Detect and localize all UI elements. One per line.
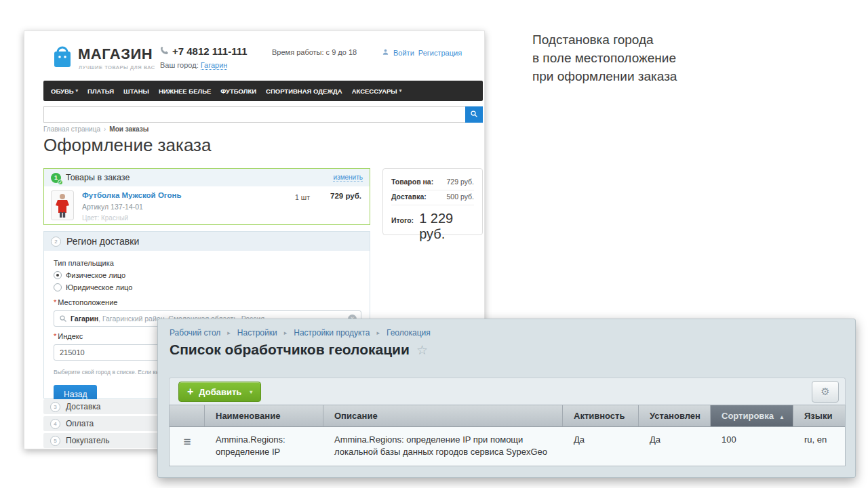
row-installed: Да [639, 427, 711, 466]
search-button[interactable] [465, 106, 483, 123]
admin-breadcrumb: Рабочий стол ▸ Настройки ▸ Настройки про… [170, 328, 431, 338]
admin-crumb-geolocation[interactable]: Геолокация [387, 328, 431, 338]
col-sort[interactable]: Сортировка▲ [711, 405, 793, 426]
step-1-done-icon: 1✓ [51, 173, 61, 183]
gear-icon: ⚙ [821, 386, 829, 398]
col-active[interactable]: Активность [563, 405, 639, 426]
required-icon: * [54, 298, 56, 306]
step-3-icon: 3 [50, 402, 60, 412]
table-row: ≡ Ammina.Regions: определение IP Ammina.… [170, 427, 845, 466]
breadcrumb-home[interactable]: Главная страница [43, 125, 100, 133]
shop-logo-subtitle: ЛУЧШИЕ ТОВАРЫ ДЛЯ ВАС [79, 64, 155, 70]
chevron-down-icon: ▾ [399, 88, 402, 94]
auth-links: Войти Регистрация [382, 48, 462, 57]
sort-ascending-icon: ▲ [779, 414, 785, 420]
city-label: Ваш город: [160, 61, 199, 69]
nav-item-underwear[interactable]: НИЖНЕЕ БЕЛЬЕ [154, 87, 216, 95]
chevron-down-icon: ▾ [76, 88, 79, 94]
annotation-line: в поле местоположение [532, 49, 677, 68]
location-label: *Местоположение [54, 298, 360, 306]
product-quantity: 1 шт [295, 193, 310, 201]
product-color: Цвет: Красный [82, 214, 128, 222]
step-2-icon: 2 [51, 237, 61, 247]
city-link[interactable]: Гагарин [201, 61, 228, 70]
crumb-separator-icon: › [104, 125, 106, 133]
chevron-down-icon: ▾ [250, 389, 252, 395]
radio-legal-entity[interactable]: Юридическое лицо [54, 283, 360, 291]
order-items-header: 1✓ Товары в заказе изменить [44, 169, 370, 186]
radio-individual[interactable]: Физическое лицо [54, 271, 360, 279]
add-button-label: Добавить [199, 387, 241, 397]
radio-icon[interactable] [54, 271, 62, 279]
product-sku: Артикул 137-14-01 [82, 203, 143, 211]
breadcrumb-current: Мои заказы [109, 125, 149, 133]
annotation-note: Подстановка города в поле местоположение… [532, 31, 677, 86]
summary-items-value: 729 руб. [447, 178, 474, 186]
search-icon [470, 110, 478, 120]
search-bar [43, 106, 483, 123]
table-header-row: Наименование Описание Активность Установ… [170, 405, 845, 427]
delivery-region-title: Регион доставки [66, 236, 139, 247]
nav-item-tshirts[interactable]: ФУТБОЛКИ [216, 87, 261, 95]
order-product-row: Футболка Мужской Огонь Артикул 137-14-01… [44, 186, 370, 225]
annotation-line: при оформлении заказа [532, 68, 677, 86]
shop-bag-logo-icon [52, 44, 73, 71]
settings-gear-button[interactable]: ⚙ [812, 381, 839, 403]
nav-item-dresses[interactable]: ПЛАТЬЯ [83, 87, 119, 95]
step-payment-label: Оплата [66, 419, 94, 428]
shop-logo-title: МАГАЗИН [78, 45, 153, 63]
summary-delivery-row: Доставка: 500 руб. [391, 190, 474, 205]
plus-icon: + [187, 386, 193, 397]
step-4-icon: 4 [50, 419, 60, 429]
delivery-region-header: 2 Регион доставки [44, 232, 370, 251]
admin-toolbar: + Добавить ▾ ⚙ [169, 378, 846, 405]
favorite-star-icon[interactable]: ☆ [416, 342, 428, 358]
admin-page-title: Список обработчиков геолокации [170, 342, 410, 358]
phone-number: +7 4812 111-111 [172, 45, 248, 57]
product-name-link[interactable]: Футболка Мужской Огонь [82, 191, 182, 199]
order-summary-box: Товаров на: 729 руб. Доставка: 500 руб. … [382, 168, 483, 235]
row-description: Ammina.Regions: определение IP при помощ… [323, 427, 563, 466]
required-icon: * [54, 332, 56, 340]
check-icon: ✓ [58, 180, 63, 185]
annotation-line: Подстановка города [532, 31, 677, 49]
step-delivery-label: Доставка [66, 402, 101, 411]
col-languages[interactable]: Языки [793, 405, 845, 426]
page: Подстановка города в поле местоположение… [0, 0, 868, 488]
page-title: Оформление заказа [43, 135, 211, 156]
location-city-value: Гагарин [71, 314, 98, 323]
edit-order-link[interactable]: изменить [333, 174, 363, 182]
admin-crumb-settings[interactable]: Настройки [237, 328, 277, 338]
admin-crumb-product-settings[interactable]: Настройки продукта [294, 328, 370, 338]
radio-legal-label: Юридическое лицо [66, 283, 132, 291]
nav-item-accessories[interactable]: АКСЕССУАРЫ▾ [347, 87, 407, 95]
product-thumbnail [51, 190, 74, 220]
work-hours: Время работы: с 9 до 18 [272, 48, 357, 56]
row-languages: ru, en [793, 427, 845, 466]
handlers-table: Наименование Описание Активность Установ… [169, 405, 846, 466]
add-button[interactable]: + Добавить ▾ [178, 382, 261, 402]
step-buyer-label: Покупатель [66, 436, 109, 445]
login-link[interactable]: Войти [393, 49, 414, 57]
product-price: 729 руб. [330, 192, 361, 200]
main-nav: ОБУВЬ▾ ПЛАТЬЯ ШТАНЫ НИЖНЕЕ БЕЛЬЕ ФУТБОЛК… [43, 81, 483, 101]
col-description[interactable]: Описание [323, 405, 563, 426]
row-active: Да [563, 427, 639, 466]
col-name[interactable]: Наименование [205, 405, 323, 426]
nav-item-sportswear[interactable]: СПОРТИВНАЯ ОДЕЖДА [261, 87, 347, 95]
admin-crumb-desktop[interactable]: Рабочий стол [170, 328, 220, 338]
radio-individual-label: Физическое лицо [66, 271, 125, 279]
user-icon [382, 48, 389, 57]
admin-window: Рабочий стол ▸ Настройки ▸ Настройки про… [157, 319, 856, 478]
drag-handle-icon[interactable]: ≡ [183, 435, 191, 448]
radio-icon[interactable] [54, 283, 62, 291]
summary-delivery-value: 500 руб. [447, 192, 474, 201]
summary-total-label: Итого: [391, 216, 414, 224]
shop-city-row: Ваш город: Гагарин [160, 61, 227, 69]
step-5-icon: 5 [50, 436, 60, 446]
register-link[interactable]: Регистрация [418, 49, 462, 57]
nav-item-shoes[interactable]: ОБУВЬ▾ [46, 87, 83, 95]
nav-item-pants[interactable]: ШТАНЫ [119, 87, 154, 95]
search-input[interactable] [43, 106, 465, 123]
col-installed[interactable]: Установлен [639, 405, 711, 426]
